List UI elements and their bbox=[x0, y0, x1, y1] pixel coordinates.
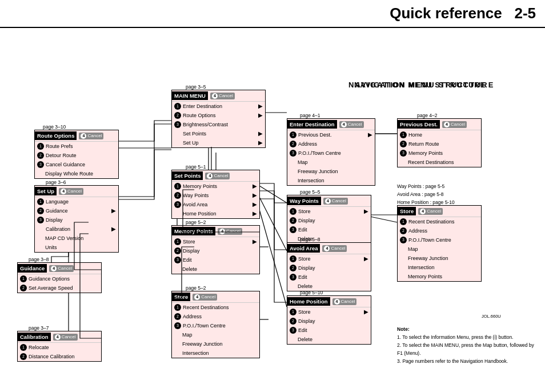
page-header: Quick reference 2-5 bbox=[0, 0, 545, 28]
memory-points-title: Memory Points bbox=[172, 227, 215, 235]
store-wp-title: Store bbox=[398, 207, 416, 215]
store-memory-box: Store 4Cancel 1Recent Destinations 2Addr… bbox=[171, 291, 260, 358]
aside-avoid: Avoid Area : page 5-8 bbox=[397, 190, 455, 198]
store-wp-item-3[interactable]: 3P.O.I./Town Centre bbox=[398, 235, 481, 245]
store-wp-item-1[interactable]: 1Recent Destinations bbox=[398, 217, 481, 226]
store-mem-intersection[interactable]: Intersection bbox=[172, 349, 259, 358]
enter-dest-intersection[interactable]: Intersection bbox=[287, 176, 375, 185]
store-wp-item-2[interactable]: 2Address bbox=[398, 226, 481, 235]
guidance-page-label: page 3–8 bbox=[29, 257, 49, 262]
guidance-title: Guidance bbox=[18, 264, 47, 273]
store-mem-map[interactable]: Map bbox=[172, 330, 259, 339]
guidance-cancel[interactable]: 4Cancel bbox=[49, 265, 74, 272]
store-wp-cancel[interactable]: 4Cancel bbox=[418, 208, 443, 215]
set-up-item-2[interactable]: 2Guidance▶ bbox=[35, 206, 118, 215]
previous-dest-box: Previous Dest. 4Cancel 1Home 2Return Rou… bbox=[397, 118, 482, 167]
route-opts-display[interactable]: Display Whole Route bbox=[35, 169, 118, 178]
main-menu-set-points[interactable]: Set Points▶ bbox=[172, 129, 265, 138]
store-wp-memory[interactable]: Memory Points bbox=[398, 272, 481, 281]
store-mem-freeway[interactable]: Freeway Junction bbox=[172, 339, 259, 349]
store-memory-cancel[interactable]: 4Cancel bbox=[193, 294, 217, 301]
notes-title: Note: bbox=[397, 325, 534, 333]
route-opts-item-1[interactable]: 1Route Prefs bbox=[35, 142, 118, 151]
set-points-home[interactable]: Home Position▶ bbox=[172, 209, 259, 218]
calibration-cancel[interactable]: 4Cancel bbox=[53, 334, 78, 341]
svg-line-7 bbox=[370, 217, 397, 222]
calibration-item-2[interactable]: 2Distance Calibration bbox=[18, 352, 101, 361]
avoid-item-1[interactable]: 1Store▶ bbox=[287, 254, 371, 263]
previous-dest-page-label: page 4–2 bbox=[417, 113, 437, 118]
memory-pts-item-2[interactable]: 2Display bbox=[172, 246, 259, 255]
route-options-title: Route Options bbox=[35, 131, 77, 140]
store-mem-item-1[interactable]: 1Recent Destinations bbox=[172, 303, 259, 312]
memory-pts-item-1[interactable]: 1Store▶ bbox=[172, 237, 259, 246]
svg-line-3 bbox=[257, 191, 287, 251]
store-mem-item-2[interactable]: 2Address bbox=[172, 312, 259, 321]
avoid-area-cancel[interactable]: 4Cancel bbox=[322, 245, 347, 252]
main-menu-item-3[interactable]: 3Brightness/Contrast bbox=[172, 120, 265, 129]
way-points-title: Way Points bbox=[287, 197, 321, 205]
way-pts-item-1[interactable]: 1Store▶ bbox=[287, 207, 371, 216]
previous-dest-cancel[interactable]: 4Cancel bbox=[442, 121, 467, 128]
prev-dest-item-3[interactable]: 3Memory Points bbox=[398, 149, 481, 158]
enter-dest-freeway[interactable]: Freeway Junction bbox=[287, 167, 375, 176]
home-pos-item-2[interactable]: 2Display bbox=[287, 317, 371, 326]
home-pos-item-3[interactable]: 3Edit bbox=[287, 326, 371, 335]
set-points-item-2[interactable]: 2Way Points▶ bbox=[172, 191, 259, 200]
calibration-item-1[interactable]: 1Relocate bbox=[18, 343, 101, 352]
set-up-map-cd[interactable]: MAP CD Version bbox=[35, 234, 118, 243]
home-pos-page-label: page 5–10 bbox=[300, 290, 323, 295]
calibration-box: Calibration 4Cancel 1Relocate 2Distance … bbox=[17, 331, 102, 362]
set-up-page-label: page 3–6 bbox=[46, 179, 66, 185]
avoid-item-2[interactable]: 2Display bbox=[287, 263, 371, 273]
avoid-item-3[interactable]: 3Edit bbox=[287, 273, 371, 282]
set-points-box: Set Points 4Cancel 1Memory Points▶ 2Way … bbox=[171, 170, 260, 219]
enter-dest-map[interactable]: Map bbox=[287, 158, 375, 167]
home-pos-delete[interactable]: Delete bbox=[287, 335, 371, 344]
store-wp-intersection[interactable]: Intersection bbox=[398, 263, 481, 272]
main-menu-cancel[interactable]: 4Cancel bbox=[210, 93, 235, 99]
prev-dest-recent[interactable]: Recent Destinations bbox=[398, 158, 481, 167]
set-up-cancel[interactable]: 4Cancel bbox=[59, 188, 83, 195]
guidance-item-1[interactable]: 1Guidance Options bbox=[18, 274, 101, 283]
memory-points-cancel[interactable]: 4Cancel bbox=[218, 228, 242, 235]
route-opts-item-3[interactable]: 3Cancel Guidance bbox=[35, 160, 118, 169]
store-wp-freeway[interactable]: Freeway Junction bbox=[398, 254, 481, 263]
home-position-cancel[interactable]: 4Cancel bbox=[332, 298, 357, 305]
enter-dest-page-label: page 4–1 bbox=[300, 113, 320, 118]
store-wp-map[interactable]: Map bbox=[398, 245, 481, 254]
set-up-units[interactable]: Units bbox=[35, 243, 118, 252]
set-up-item-3[interactable]: 3Display bbox=[35, 215, 118, 225]
set-up-calibration[interactable]: Calibration▶ bbox=[35, 225, 118, 234]
main-menu-item-2[interactable]: 2Route Options▶ bbox=[172, 111, 265, 120]
enter-dest-item-3[interactable]: 3P.O.I./Town Centre bbox=[287, 149, 375, 158]
calibration-title: Calibration bbox=[18, 333, 51, 341]
way-points-cancel[interactable]: 4Cancel bbox=[323, 198, 348, 205]
memory-pts-item-3[interactable]: 3Edit bbox=[172, 255, 259, 265]
main-menu-box: MAIN MENU 4Cancel 1Enter Destination▶ 2R… bbox=[171, 90, 266, 148]
prev-dest-item-1[interactable]: 1Home bbox=[398, 130, 481, 139]
route-options-cancel[interactable]: 4Cancel bbox=[79, 133, 103, 139]
avoid-area-box: Avoid Area 4Cancel 1Store▶ 2Display 3Edi… bbox=[287, 242, 371, 291]
route-opts-item-2[interactable]: 2Detour Route bbox=[35, 151, 118, 160]
prev-dest-item-2[interactable]: 2Return Route bbox=[398, 139, 481, 149]
main-menu-item-1[interactable]: 1Enter Destination▶ bbox=[172, 102, 265, 111]
main-menu-page-label: page 3–5 bbox=[186, 84, 206, 90]
set-up-item-1[interactable]: 1Language bbox=[35, 197, 118, 206]
set-points-cancel[interactable]: 4Cancel bbox=[205, 173, 230, 179]
enter-dest-item-2[interactable]: 2Address bbox=[287, 139, 375, 149]
home-position-title: Home Position bbox=[287, 297, 330, 306]
enter-destination-cancel[interactable]: 4Cancel bbox=[339, 121, 364, 128]
way-pts-item-3[interactable]: 3Edit bbox=[287, 225, 371, 234]
enter-dest-item-1[interactable]: 1Previous Dest.▶ bbox=[287, 130, 375, 139]
guidance-item-2[interactable]: 2Set Average Speed bbox=[18, 283, 101, 293]
memory-pts-delete[interactable]: Delete bbox=[172, 265, 259, 274]
home-pos-item-1[interactable]: 1Store▶ bbox=[287, 307, 371, 317]
set-points-item-1[interactable]: 1Memory Points▶ bbox=[172, 182, 259, 191]
way-pts-item-2[interactable]: 2Display bbox=[287, 216, 371, 225]
main-menu-set-up[interactable]: Set Up▶ bbox=[172, 138, 265, 147]
store-mem-item-3[interactable]: 3P.O.I./Town Centre bbox=[172, 321, 259, 330]
note-3: 3. Page numbers refer to the Navigation … bbox=[397, 357, 534, 365]
set-points-item-3[interactable]: 3Avoid Area▶ bbox=[172, 200, 259, 209]
enter-destination-box: Enter Destination 4Cancel 1Previous Dest… bbox=[287, 118, 375, 186]
